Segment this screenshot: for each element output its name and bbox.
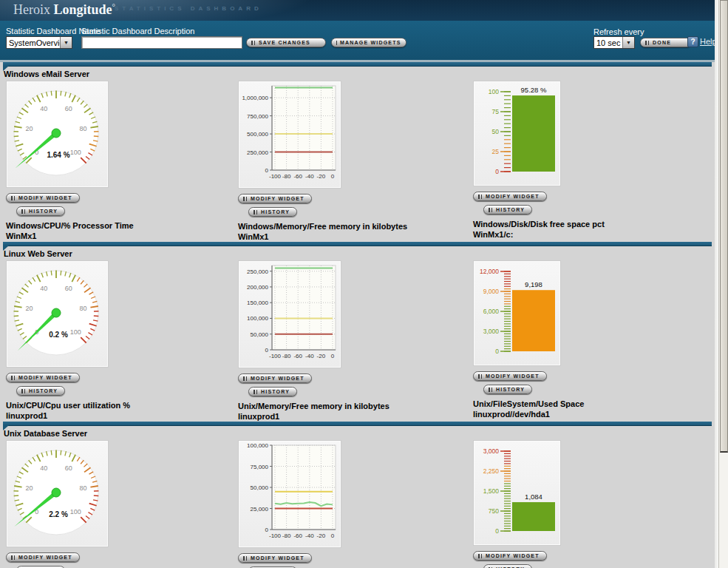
modify-widget-button[interactable]: MODIFY WIDGET	[238, 194, 312, 203]
dashboard-description-input[interactable]	[81, 36, 242, 49]
done-label: DONE	[653, 40, 671, 45]
modify-widget-button[interactable]: MODIFY WIDGET	[473, 192, 547, 201]
history-button[interactable]: HISTORY	[16, 206, 65, 216]
save-changes-button[interactable]: SAVE CHANGES	[246, 38, 326, 47]
x-axis-label: -100	[269, 532, 282, 539]
gauge-scale-label: 20	[25, 125, 33, 132]
gauge-needle-hub	[52, 308, 61, 317]
section-divider	[3, 242, 712, 246]
chevron-down-icon[interactable]: ▼	[622, 37, 634, 48]
modify-widget-button-label: MODIFY WIDGET	[18, 375, 72, 380]
bar-scale-label: 9,000	[483, 288, 500, 295]
modify-widget-button[interactable]: MODIFY WIDGET	[238, 553, 312, 563]
dashboard-description-label: Statistic Dashboard Description	[81, 27, 194, 36]
button-glyph-icon	[645, 41, 650, 45]
save-changes-label: SAVE CHANGES	[259, 40, 310, 45]
history-button[interactable]: HISTORY	[248, 387, 297, 396]
widget-row: 0204060801001.64 %MODIFY WIDGETHISTORYWi…	[0, 81, 715, 242]
modify-widget-button[interactable]: MODIFY WIDGET	[6, 193, 80, 203]
section-flag-icon	[3, 246, 9, 251]
gauge-scale-label: 80	[80, 125, 87, 132]
bar-scale-label: 0	[495, 348, 499, 355]
modify-widget-button[interactable]: MODIFY WIDGET	[473, 551, 547, 561]
chevron-down-icon[interactable]: ▼	[60, 37, 72, 48]
x-axis-label: -60	[293, 353, 302, 359]
history-button[interactable]: HISTORY	[483, 385, 532, 394]
refresh-interval-select[interactable]: 10 sec ▼	[593, 36, 635, 49]
bar-value: 9,198	[525, 280, 542, 288]
widget-caption: Windows/CPU/% Processor TimeWinMx1	[6, 220, 109, 241]
bar-scale-label: 75	[492, 108, 500, 115]
modify-widget-button-label: MODIFY WIDGET	[251, 376, 305, 381]
app-header: Heroix Longitude° STATISTICS DASHBOARD	[0, 0, 728, 21]
bar-fill	[512, 502, 555, 531]
widget-line: 050,000100,000150,000200,000250,000-100-…	[238, 260, 341, 422]
widget-row: 0204060801000.2 %MODIFY WIDGETHISTORYUni…	[0, 260, 715, 422]
gauge-scale-label: 100	[70, 149, 81, 156]
metric-path: Unix/CPU/Cpu user utilization %	[6, 400, 109, 410]
history-button[interactable]: HISTORY	[483, 564, 532, 568]
widget-gauge: 0204060801002.2 %MODIFY WIDGETHISTORYUni…	[6, 440, 109, 568]
widget-line: 0250,000500,000750,0001,000,000-100-80-6…	[238, 81, 341, 242]
refresh-every-label: Refresh every	[593, 27, 644, 36]
button-glyph-icon	[243, 556, 248, 561]
modify-widget-button-label: MODIFY WIDGET	[486, 553, 540, 558]
target-host: linuxprod//dev/hda1	[473, 409, 561, 419]
widget-caption: Windows/Memory/Free memory in kilobytesW…	[238, 221, 341, 242]
modify-widget-button[interactable]: MODIFY WIDGET	[6, 552, 80, 562]
history-button-label: HISTORY	[496, 387, 525, 392]
history-button[interactable]: HISTORY	[16, 386, 65, 396]
section-flag-icon	[3, 66, 9, 71]
section-flag-icon	[3, 425, 9, 430]
button-glyph-icon	[336, 41, 337, 45]
button-glyph-icon	[478, 374, 483, 379]
widget-bar: 03,0006,0009,00012,0009,198MODIFY WIDGET…	[473, 260, 561, 419]
gauge-scale-label: 100	[70, 328, 81, 336]
gauge-value: 1.64 %	[47, 151, 69, 159]
history-button-label: HISTORY	[261, 209, 290, 214]
done-button[interactable]: DONE	[640, 38, 692, 47]
manage-widgets-button[interactable]: MANAGE WIDGETS	[331, 38, 406, 47]
vertical-scrollbar[interactable]	[718, 0, 728, 568]
scrollbar-thumb[interactable]	[720, 0, 728, 453]
modify-widget-button-label: MODIFY WIDGET	[251, 196, 305, 201]
gauge-scale-label: 40	[40, 464, 47, 472]
y-axis-label: 50,000	[251, 484, 269, 491]
y-axis-label: 0	[265, 527, 269, 533]
manage-widgets-label: MANAGE WIDGETS	[340, 40, 401, 45]
bar-fill	[512, 95, 555, 172]
line-chart: 050,000100,000150,000200,000250,000-100-…	[239, 261, 341, 365]
widget-bar: 07501,5002,2503,0001,084MODIFY WIDGETHIS…	[473, 440, 561, 568]
history-button[interactable]: HISTORY	[248, 207, 297, 217]
metric-path: Unix/FileSystem/Used Space	[473, 399, 561, 409]
target-host: WinMx1	[6, 231, 109, 241]
bar-scale-label: 50	[492, 128, 500, 135]
modify-widget-button-label: MODIFY WIDGET	[486, 373, 540, 379]
bar-fill	[512, 290, 555, 351]
bar-scale-label: 100	[489, 88, 499, 95]
modify-widget-button[interactable]: MODIFY WIDGET	[6, 373, 80, 382]
brand-light: Heroix	[13, 2, 50, 17]
page-title: STATISTICS DASHBOARD	[115, 5, 262, 12]
modify-widget-button-label: MODIFY WIDGET	[18, 555, 72, 560]
button-glyph-icon	[21, 389, 26, 393]
button-glyph-icon	[489, 388, 493, 392]
button-glyph-icon	[489, 208, 493, 212]
modify-widget-button[interactable]: MODIFY WIDGET	[238, 373, 312, 383]
x-axis-label: -80	[282, 532, 291, 539]
history-button[interactable]: HISTORY	[483, 205, 532, 214]
gauge-scale-label: 60	[65, 285, 72, 292]
target-host: linuxprod1	[6, 410, 109, 421]
modify-widget-button-label: MODIFY WIDGET	[251, 555, 305, 561]
gauge-scale-label: 80	[80, 305, 87, 312]
y-axis-label: 200,000	[247, 284, 268, 291]
section-divider	[3, 62, 712, 67]
metric-path: Windows/Disk/Disk free space pct	[473, 219, 561, 229]
button-glyph-icon	[478, 195, 483, 199]
bar-gauge: 07501,5002,2503,0001,084	[474, 441, 560, 542]
modify-widget-button[interactable]: MODIFY WIDGET	[473, 371, 547, 381]
help-icon[interactable]: ?	[687, 36, 698, 47]
button-glyph-icon	[243, 376, 248, 381]
x-axis-label: 0	[331, 353, 335, 359]
dashboard-name-select[interactable]: SystemOverview ▼	[6, 36, 72, 49]
